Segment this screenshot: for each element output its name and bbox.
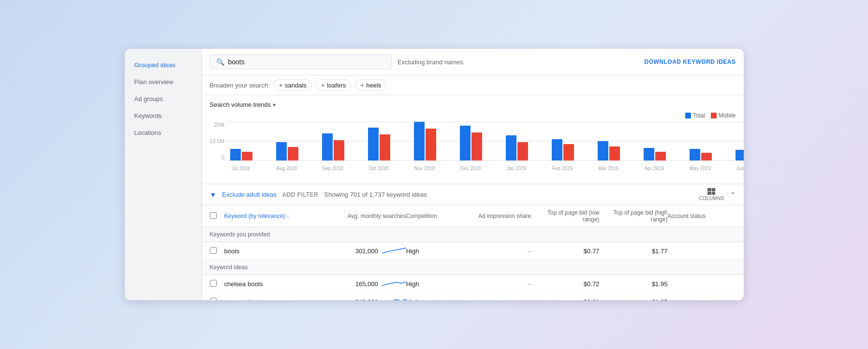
chip-label-loafers: loafers [327,82,346,89]
table-row: chelsea boots 165,000 High – $0.72 $1.95 [202,275,744,293]
ad-impression-womens: – [463,298,531,301]
svg-text:Dec 2018: Dec 2018 [460,166,481,171]
avg-chelsea: 165,000 [338,279,406,289]
table-row: womens boots 246,000 High – $0.61 $1.65 [202,293,744,300]
plus-icon-loafers: + [321,81,325,89]
header-keyword[interactable]: Keyword (by relevance) ↓ [224,213,338,219]
svg-rect-26 [552,139,562,160]
header-account-status: Account status [667,213,736,219]
exclude-adult-ideas-link[interactable]: Exclude adult ideas [222,191,277,198]
header-competition: Competition [406,213,463,219]
svg-text:May 2019: May 2019 [690,166,711,171]
top-bar: 🔍 Excluding brand names DOWNLOAD KEYWORD… [202,49,744,75]
broaden-chip-heels[interactable]: + heels [355,79,386,91]
download-keyword-ideas-button[interactable]: DOWNLOAD KEYWORD IDEAS [645,58,736,65]
sidebar-item-ad-groups[interactable]: Ad groups [125,90,202,107]
header-avg-monthly: Avg. monthly searches [338,213,406,219]
legend-mobile: Mobile [711,112,736,119]
svg-rect-9 [288,147,298,160]
chip-label-heels: heels [366,82,381,89]
top-high-boots: $1.77 [599,247,667,255]
ad-impression-chelsea: – [463,280,531,288]
columns-label: COLUMNS [699,196,724,201]
columns-button[interactable]: COLUMNS [699,188,724,201]
y-label-0: 0 [210,155,225,160]
svg-text:Jun 2019: Jun 2019 [736,166,744,171]
svg-rect-32 [644,148,654,160]
row-checkbox-chelsea[interactable] [210,280,224,288]
svg-text:Nov 2018: Nov 2018 [414,166,435,171]
svg-rect-0 [685,113,691,118]
ad-impression-boots: – [463,247,531,255]
chart-title: Search volume trends [210,101,271,108]
svg-rect-17 [414,122,425,160]
top-high-chelsea: $1.95 [599,280,667,288]
y-label-25m: 25M [210,122,225,128]
svg-rect-15 [380,134,390,160]
section-label-provided: Keywords you provided [202,227,744,242]
select-all-checkbox[interactable] [210,212,217,219]
competition-boots: High [406,247,463,255]
filter-bar: ▼ Exclude adult ideas ADD FILTER Showing… [202,184,744,205]
header-checkbox[interactable] [210,212,224,220]
chip-label-sandals: sandals [285,82,307,89]
chart-dropdown-arrow[interactable]: ▾ [273,102,276,108]
brand-names-label: Excluding brand names [397,58,463,66]
broaden-bar: Broaden your search: + sandals + loafers… [202,75,744,95]
plus-icon-heels: + [360,81,364,89]
row-checkbox-womens[interactable] [210,298,224,301]
checkbox-womens[interactable] [210,298,217,301]
sidebar-item-grouped-ideas[interactable]: Grouped ideas [125,57,202,73]
svg-text:Jul 2018: Jul 2018 [232,166,250,171]
collapse-button[interactable]: ⌃ [730,191,736,199]
checkbox-boots[interactable] [210,247,217,254]
filter-icon: ▼ [210,191,217,199]
plus-icon: + [279,81,283,89]
table-row: boots 301,000 High – $0.77 $1.77 [202,242,744,260]
chart-legend: Total Mobile [210,112,736,119]
svg-rect-23 [506,135,516,160]
svg-text:Mar 2019: Mar 2019 [598,166,619,171]
svg-text:Feb 2019: Feb 2019 [552,166,573,171]
trend-chart-womens [382,297,406,300]
top-low-chelsea: $0.72 [531,280,599,288]
keyword-chelsea-boots: chelsea boots [224,280,338,288]
search-input[interactable] [228,58,386,66]
y-label-125m: 12.5M [210,138,225,144]
avg-womens: 246,000 [338,297,406,300]
svg-rect-33 [655,152,666,160]
table-header: Keyword (by relevance) ↓ Avg. monthly se… [202,205,744,227]
svg-rect-38 [736,150,743,160]
search-icon: 🔍 [216,58,224,66]
sidebar-item-plan-overview[interactable]: Plan overview [125,73,202,90]
svg-rect-36 [701,153,712,160]
row-checkbox-boots[interactable] [210,247,224,255]
broaden-chip-sandals[interactable]: + sandals [274,79,312,91]
app-container: Grouped ideas Plan overview Ad groups Ke… [125,49,744,300]
svg-text:Apr 2019: Apr 2019 [645,166,664,171]
svg-rect-21 [471,132,482,160]
svg-rect-20 [460,126,471,160]
svg-rect-12 [334,140,344,160]
add-filter-button[interactable]: ADD FILTER [282,191,318,198]
main-content: 🔍 Excluding brand names DOWNLOAD KEYWORD… [202,49,744,300]
checkbox-chelsea[interactable] [210,280,217,287]
header-ad-impression: Ad impression share [463,213,531,219]
legend-mobile-label: Mobile [719,112,736,119]
svg-rect-18 [426,129,436,160]
svg-rect-27 [563,144,574,160]
svg-text:Sep 2018: Sep 2018 [323,166,343,171]
keyword-boots: boots [224,247,338,255]
svg-rect-24 [517,142,528,160]
svg-rect-8 [276,142,287,160]
trend-chart-chelsea [382,279,406,289]
sidebar-item-locations[interactable]: Locations [125,124,202,141]
broaden-label: Broaden your search: [210,82,270,89]
broaden-chip-loafers[interactable]: + loafers [316,79,351,91]
svg-rect-1 [711,113,717,118]
competition-chelsea: High [406,280,463,288]
svg-text:Jan 2019: Jan 2019 [507,166,527,171]
sidebar-item-keywords[interactable]: Keywords [125,107,202,124]
svg-rect-5 [230,149,241,160]
avg-value-chelsea: 165,000 [355,280,378,288]
